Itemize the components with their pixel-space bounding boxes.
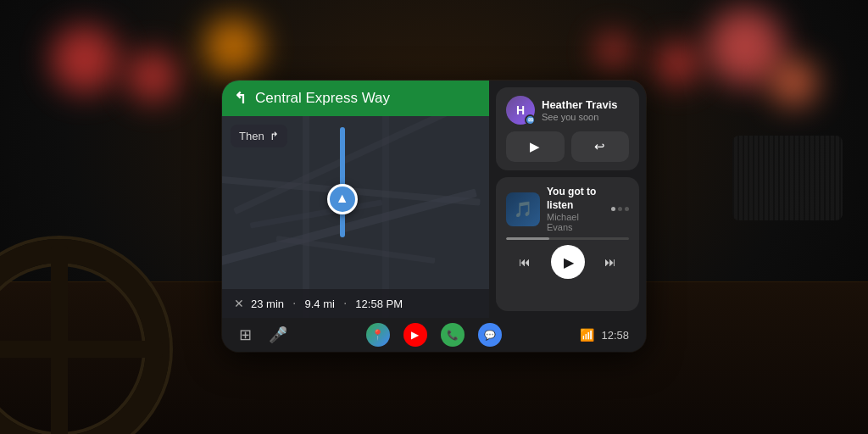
progress-dot <box>625 207 629 211</box>
message-play-button[interactable]: ▶ <box>506 131 565 162</box>
progress-dot <box>618 207 622 211</box>
message-reply-button[interactable]: ↩ <box>571 131 630 162</box>
eta-separator2: · <box>343 296 347 311</box>
progress-dot <box>611 207 615 211</box>
contact-name: Heather Travis <box>542 98 629 112</box>
bokeh-light <box>127 51 178 102</box>
youtube-app-icon[interactable]: ▶ <box>403 323 427 347</box>
nav-position-indicator: ▲ <box>327 184 358 214</box>
music-progress-bar[interactable] <box>506 237 629 240</box>
car-interior-background: ↰ Central Express Way Then ↱ ▲ ✕ 23 min … <box>0 0 868 434</box>
bokeh-light <box>203 17 263 76</box>
messages-app-icon[interactable]: 💬 <box>478 323 502 347</box>
artist-name: Michael Evans <box>547 212 604 232</box>
play-pause-icon: ▶ <box>564 254 574 270</box>
music-dots <box>611 207 629 211</box>
avatar-initial: H <box>516 103 525 117</box>
maps-icon-symbol: 📍 <box>371 329 384 341</box>
next-track-button[interactable]: ⏭ <box>595 247 626 277</box>
music-info: You got to listen Michael Evans <box>547 186 604 232</box>
music-controls: ⏮ ▶ ⏭ <box>506 245 629 279</box>
eta-close-icon[interactable]: ✕ <box>234 297 244 310</box>
message-header: H ✉ Heather Travis See you soon <box>506 96 629 125</box>
bottom-bar: ⊞ 🎤 📍 ▶ 📞 💬 📶 12:58 <box>222 318 646 352</box>
message-card: H ✉ Heather Travis See you soon ▶ <box>496 87 639 170</box>
eta-time: 23 min <box>251 298 284 310</box>
phone-app-icon[interactable]: 📞 <box>441 323 465 347</box>
message-info: Heather Travis See you soon <box>542 98 629 123</box>
then-instruction: Then ↱ <box>231 125 287 147</box>
bokeh-light <box>771 59 817 106</box>
reply-icon: ↩ <box>594 139 605 154</box>
music-card: 🎵 You got to listen Michael Evans <box>496 177 639 311</box>
apps-grid-icon[interactable]: ⊞ <box>239 326 252 344</box>
music-top: 🎵 You got to listen Michael Evans <box>506 186 629 232</box>
nav-street-name: Central Express Way <box>255 90 390 107</box>
then-label: Then <box>239 130 264 142</box>
phone-icon-symbol: 📞 <box>447 330 459 341</box>
avatar-badge: ✉ <box>525 114 536 125</box>
nav-direction-icon: ▲ <box>336 191 349 206</box>
play-pause-button[interactable]: ▶ <box>551 245 585 279</box>
message-preview: See you soon <box>542 112 629 122</box>
messages-icon-symbol: 💬 <box>484 330 496 341</box>
nav-turn-icon: ↰ <box>234 89 247 108</box>
clock-display: 12:58 <box>601 329 629 342</box>
map-road <box>382 81 389 318</box>
maps-app-icon[interactable]: 📍 <box>366 323 390 347</box>
eta-separator1: · <box>292 296 296 311</box>
eta-distance: 9.4 mi <box>304 298 334 310</box>
prev-track-button[interactable]: ⏮ <box>509 247 540 277</box>
message-actions: ▶ ↩ <box>506 131 629 162</box>
prev-icon: ⏮ <box>519 255 531 269</box>
bokeh-light <box>656 42 698 85</box>
eta-arrival: 12:58 PM <box>355 298 403 310</box>
bokeh-light <box>597 34 631 68</box>
steering-wheel <box>0 239 170 434</box>
play-icon: ▶ <box>530 139 540 154</box>
bottom-status: 📶 12:58 <box>580 328 629 342</box>
bokeh-light <box>51 25 119 93</box>
nav-header: ↰ Central Express Way <box>222 81 489 116</box>
then-arrow-icon: ↱ <box>270 130 279 142</box>
android-auto-screen: ↰ Central Express Way Then ↱ ▲ ✕ 23 min … <box>222 81 646 352</box>
signal-icon: 📶 <box>580 328 594 342</box>
map-road <box>303 81 309 318</box>
eta-bar: ✕ 23 min · 9.4 mi · 12:58 PM <box>222 289 489 318</box>
next-icon: ⏭ <box>604 255 616 269</box>
map-area[interactable]: ↰ Central Express Way Then ↱ ▲ ✕ 23 min … <box>222 81 489 318</box>
right-panel: H ✉ Heather Travis See you soon ▶ <box>489 81 646 318</box>
bottom-left-controls: ⊞ 🎤 <box>239 326 287 344</box>
route-line <box>340 127 345 237</box>
message-badge-icon: ✉ <box>528 117 533 124</box>
track-name: You got to listen <box>547 186 604 212</box>
speaker-grille <box>732 136 843 220</box>
microphone-icon[interactable]: 🎤 <box>269 326 287 344</box>
music-progress-fill <box>506 237 549 240</box>
youtube-icon-symbol: ▶ <box>411 329 419 341</box>
bottom-app-icons: 📍 ▶ 📞 💬 <box>366 323 502 347</box>
avatar: H ✉ <box>506 96 535 125</box>
album-art: 🎵 <box>506 192 540 226</box>
album-art-icon: 🎵 <box>514 200 532 219</box>
screen-content: ↰ Central Express Way Then ↱ ▲ ✕ 23 min … <box>222 81 646 318</box>
map-road <box>275 236 435 264</box>
